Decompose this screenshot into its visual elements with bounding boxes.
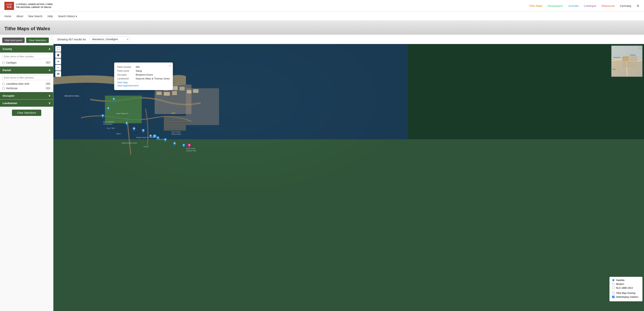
fullscreen-button[interactable]: [55, 46, 61, 52]
logo-line1: LLYFRGELL GENEDLAETHOL CYMRU: [16, 3, 53, 6]
layer-tithe-overlay: Tithe Map Overlay: [612, 292, 640, 294]
facet-landowner-title: Landowner: [2, 102, 17, 105]
map-marker-3[interactable]: [107, 107, 110, 111]
nav-home[interactable]: Home: [4, 15, 11, 18]
facet-landowner-header[interactable]: Landowner ∨: [0, 100, 53, 107]
svg-point-43: [165, 139, 166, 140]
facet-occupier-header[interactable]: Occupier ∨: [0, 92, 53, 99]
map-marker-12[interactable]: [182, 144, 185, 148]
map-container[interactable]: Aberaeron Beac... Lower Regent St Can Y …: [54, 44, 644, 311]
facet-parish-body: Llanddewi Aber-Arth 256 Henfynyw 201: [0, 74, 53, 92]
svg-text:Henfynyw: Henfynyw: [630, 54, 636, 56]
map-marker-5[interactable]: [125, 121, 128, 126]
map-marker-4[interactable]: [101, 114, 104, 119]
map-marker-11[interactable]: [173, 142, 176, 146]
hide-markers-checkbox[interactable]: [612, 296, 614, 298]
popup-row-field-number: Field number 560: [117, 66, 170, 68]
nav-new-search[interactable]: New Search: [28, 15, 42, 18]
facet-section-parish: Parish ∧ Llanddewi Aber-Arth 256 Henfyny…: [0, 66, 53, 92]
svg-point-46: [189, 144, 190, 146]
mini-map-svg: Aberaeron Henfynyw A487: [612, 46, 642, 77]
map-marker-6[interactable]: [132, 127, 136, 132]
nav-journals[interactable]: Journals: [568, 4, 579, 7]
zoom-in-button[interactable]: +: [55, 58, 61, 64]
svg-rect-10: [186, 88, 219, 125]
top-nav-links: Tithe Maps Newspapers Journals Catalogue…: [529, 4, 640, 8]
popup-row-occupier: Occupier Benjamin Evans: [117, 73, 170, 76]
parish-filter-input[interactable]: [2, 75, 51, 80]
svg-rect-1: [54, 139, 644, 311]
facet-parish-header[interactable]: Parish ∧: [0, 67, 53, 74]
mini-map-close-button[interactable]: ⛶: [639, 46, 642, 49]
home-button[interactable]: [55, 52, 61, 58]
layer-satellite-radio[interactable]: [612, 279, 614, 281]
facet-panel: Hide facet panel Clear Selections County…: [0, 35, 54, 311]
svg-point-45: [183, 144, 184, 146]
facet-county-body: Cardigan 457: [0, 53, 53, 66]
facet-county-header[interactable]: County ∧: [0, 45, 53, 53]
mini-map: ⛶ Aberaeron Henfynyw A487: [611, 46, 642, 77]
svg-rect-48: [57, 74, 60, 74]
mini-map-highlight: [623, 57, 628, 60]
map-marker-9[interactable]: [156, 136, 160, 141]
county-filter-input[interactable]: [2, 54, 51, 59]
svg-rect-12: [193, 89, 198, 93]
top-navigation: LLGC NLW LLYFRGELL GENEDLAETHOL CYMRU TH…: [0, 0, 644, 12]
popup-row-field-name: Field name Slang: [117, 70, 170, 72]
layer-nls-radio[interactable]: [612, 287, 614, 289]
svg-rect-9: [172, 91, 177, 95]
svg-text:Aeron Coast: Aeron Coast: [171, 131, 180, 133]
nav-catalogue[interactable]: Catalogue: [584, 4, 596, 7]
search-history-button[interactable]: Search History ▾: [58, 15, 77, 18]
popup-close-button[interactable]: ×: [169, 64, 171, 68]
svg-text:Photography: Photography: [103, 123, 113, 125]
popup-label-occupier: Occupier: [117, 73, 136, 76]
chevron-down-icon: ∨: [48, 94, 51, 98]
popup-view-map-link[interactable]: View Map: [117, 81, 170, 84]
layer-modern-radio[interactable]: [612, 283, 614, 285]
logo-box: LLGC NLW: [4, 2, 14, 10]
location-dropdown[interactable]: Aberaeron, Ceredigion: [90, 37, 130, 42]
county-cardigan-checkbox[interactable]: [2, 62, 4, 64]
tithe-overlay-checkbox[interactable]: [612, 292, 614, 294]
map-marker-7[interactable]: [142, 129, 145, 133]
svg-point-39: [134, 128, 134, 129]
map-marker-8[interactable]: [149, 134, 152, 139]
popup-view-apportionment-link[interactable]: View Apportionment: [117, 84, 170, 87]
nav-help[interactable]: Help: [48, 15, 53, 18]
logo-line2: THE NATIONAL LIBRARY OF WALES: [16, 6, 53, 9]
map-marker-10[interactable]: [164, 138, 167, 143]
parish-henfynyw-count: 201: [45, 87, 51, 90]
svg-text:Prince...: Prince...: [144, 146, 150, 148]
map-popup: × Field number 560 Field name Slang Occu…: [114, 63, 173, 90]
popup-label-landowner: Landowner: [117, 77, 136, 80]
nav-newspapers[interactable]: Newspapers: [548, 4, 563, 7]
parish-henfynyw-checkbox[interactable]: [2, 87, 4, 90]
nav-cymraeg[interactable]: Cymraeg: [620, 4, 631, 7]
popup-value-field-name: Slang: [136, 70, 142, 72]
facet-county-item-cardigan: Cardigan 457: [2, 61, 51, 65]
theme-toggle-icon[interactable]: ☀: [636, 4, 640, 8]
map-marker-pink[interactable]: [188, 144, 191, 148]
popup-value-field-number: 560: [136, 66, 140, 68]
parish-llanddewi-checkbox[interactable]: [2, 83, 4, 85]
svg-rect-8: [164, 92, 170, 96]
svg-rect-0: [54, 44, 408, 139]
hide-facet-button[interactable]: Hide facet panel: [2, 38, 25, 43]
clear-selections-top-button[interactable]: Clear Selections: [26, 38, 49, 43]
results-text: Showing 457 results for: [57, 38, 86, 41]
svg-point-42: [158, 137, 158, 138]
svg-rect-49: [57, 74, 60, 75]
clear-selections-bottom-button[interactable]: Clear Selections: [12, 110, 42, 116]
nav-tithe-maps[interactable]: Tithe Maps: [529, 4, 542, 7]
layers-button[interactable]: [55, 71, 61, 77]
nav-about[interactable]: About: [16, 15, 23, 18]
zoom-out-button[interactable]: −: [55, 65, 61, 71]
nav-resources[interactable]: Resources: [602, 4, 615, 7]
search-dropdown-wrap: Aberaeron, Ceredigion: [90, 37, 130, 42]
svg-point-40: [143, 130, 144, 131]
search-history-arrow: ▾: [76, 15, 77, 18]
layer-hide-markers: Hide/display markers: [612, 295, 640, 298]
svg-point-44: [174, 143, 175, 144]
map-marker-2[interactable]: [112, 98, 115, 102]
